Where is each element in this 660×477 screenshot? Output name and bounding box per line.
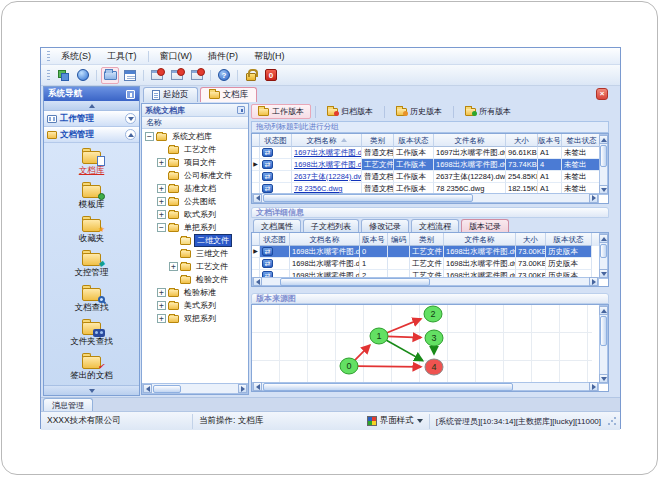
sidebar-scroll-down[interactable] <box>44 385 139 395</box>
menu-item-1[interactable]: 系统(S) <box>53 48 99 65</box>
scroll-down-button[interactable] <box>599 374 608 383</box>
status-cell[interactable]: ⇄ <box>260 258 290 270</box>
column-header[interactable]: 类别 <box>410 233 444 246</box>
column-header[interactable]: 文档名称 <box>290 233 360 246</box>
tree-node-检验文件[interactable]: 检验文件 <box>142 273 248 286</box>
expand-icon[interactable]: + <box>157 184 166 193</box>
version-node-1[interactable]: 1 <box>370 328 388 344</box>
scroll-up-button[interactable] <box>599 306 608 315</box>
tree-node-单把系列[interactable]: −单把系列 <box>142 221 248 234</box>
column-header[interactable]: 编码 <box>388 233 410 246</box>
scroll-right-button[interactable] <box>238 384 247 393</box>
documents-horizontal-scrollbar[interactable] <box>252 193 599 203</box>
graph-vertical-scrollbar[interactable] <box>599 305 608 384</box>
toolbar-button-window-alert[interactable] <box>188 67 206 84</box>
row-indicator-header[interactable] <box>252 134 260 147</box>
version-filter-工作版本[interactable]: 工作版本 <box>251 104 311 119</box>
scroll-left-button[interactable] <box>143 384 152 393</box>
column-header[interactable]: 状态图 <box>260 233 290 246</box>
sidebar-item-文控管理[interactable]: ◆文控管理 <box>47 248 137 282</box>
scroll-up-button[interactable] <box>599 135 608 144</box>
tree-node-二维文件[interactable]: 二维文件 <box>142 234 248 247</box>
expand-icon[interactable]: + <box>157 158 166 167</box>
pin-icon[interactable] <box>126 90 135 99</box>
tree-node-欧式系列[interactable]: +欧式系列 <box>142 208 248 221</box>
tree-node-三维文件[interactable]: 三维文件 <box>142 247 248 260</box>
details-tab-修改记录[interactable]: 修改记录 <box>361 219 409 232</box>
expand-icon[interactable]: + <box>157 210 166 219</box>
details-tab-文档属性[interactable]: 文档属性 <box>253 219 301 232</box>
scroll-left-button[interactable] <box>253 277 262 286</box>
toolbar-button-folder-open[interactable] <box>101 67 119 84</box>
tree-node-系统文档库[interactable]: −系统文档库 <box>142 130 248 143</box>
expand-icon[interactable]: + <box>157 197 166 206</box>
column-header[interactable]: 文件名称 <box>434 134 506 147</box>
status-cell[interactable]: ⇄ <box>260 246 290 258</box>
scrollbar-thumb[interactable] <box>600 244 607 258</box>
toolbar-button-lock[interactable] <box>242 67 260 84</box>
sidebar-item-文档库[interactable]: 文档库 <box>47 146 137 180</box>
versions-horizontal-scrollbar[interactable] <box>252 277 599 286</box>
tab-起始页[interactable]: 起始页 <box>143 87 198 102</box>
version-filter-所有版本[interactable]: 所有版本 <box>458 104 518 119</box>
scrollbar-thumb[interactable] <box>280 278 430 286</box>
version-node-4[interactable]: 4 <box>425 359 443 375</box>
scroll-up-button[interactable] <box>599 234 608 243</box>
column-header[interactable]: 版本状态 <box>394 134 434 147</box>
tree-node-工艺文件[interactable]: 工艺文件 <box>142 143 248 156</box>
sidebar-item-文档查找[interactable]: 文档查找 <box>47 283 137 317</box>
sidebar-item-文件夹查找[interactable]: 文件夹查找 <box>47 317 137 351</box>
graph-horizontal-scrollbar[interactable] <box>252 382 599 391</box>
version-node-3[interactable]: 3 <box>425 330 443 346</box>
sidebar-item-收藏夹[interactable]: ★收藏夹 <box>47 214 137 248</box>
expand-icon[interactable]: + <box>157 301 166 310</box>
row-indicator-header[interactable] <box>252 233 260 246</box>
version-node-2[interactable]: 2 <box>424 306 442 322</box>
details-tab-版本记录[interactable]: 版本记录 <box>461 219 509 232</box>
sidebar-item-签出的文档[interactable]: ✔签出的文档 <box>47 351 137 385</box>
scroll-right-button[interactable] <box>589 277 598 286</box>
pin-icon[interactable] <box>237 106 245 114</box>
column-header[interactable]: 大小 <box>506 134 538 147</box>
documents-vertical-scrollbar[interactable] <box>599 134 608 195</box>
interface-style-button[interactable]: 界面样式 <box>361 414 430 429</box>
tree-column-header[interactable]: 名称 <box>142 117 248 129</box>
document-name-cell[interactable]: 1698出水嘴零件图.dwg <box>292 159 362 171</box>
menu-item-2[interactable]: 工具(T) <box>99 48 145 65</box>
column-header[interactable]: 版本号 <box>360 233 388 246</box>
expand-icon[interactable]: + <box>157 314 166 323</box>
collapse-icon[interactable]: − <box>145 132 154 141</box>
column-header[interactable]: 状态图 <box>260 134 292 147</box>
sidebar-item-模板库[interactable]: 模板库 <box>47 180 137 214</box>
toolbar-button-globe[interactable] <box>74 67 92 84</box>
toolbar-button-window-task[interactable] <box>168 67 186 84</box>
tree-horizontal-scrollbar[interactable] <box>142 383 248 394</box>
scroll-right-button[interactable] <box>589 194 598 203</box>
sidebar-scroll-up[interactable] <box>44 101 139 111</box>
scrollbar-thumb[interactable] <box>263 383 513 391</box>
tree-node-公共图纸[interactable]: +公共图纸 <box>142 195 248 208</box>
column-header[interactable]: 文件名称 <box>444 233 516 246</box>
menu-item-5[interactable]: 帮助(H) <box>246 48 293 65</box>
tree-node-双把系列[interactable]: +双把系列 <box>142 312 248 325</box>
column-header[interactable]: 文档名称 <box>292 134 362 147</box>
scroll-left-button[interactable] <box>253 382 262 391</box>
table-row[interactable]: ⇄1698出水嘴零件图.dwg1工艺文件1698出水嘴零件图.dwg73.00K… <box>252 258 601 270</box>
sidebar-group-documents[interactable]: 文档管理 <box>44 127 139 143</box>
tree-node-工艺文件[interactable]: +工艺文件 <box>142 260 248 273</box>
toolbar-button-power[interactable]: 0 <box>262 67 280 84</box>
expand-icon[interactable]: + <box>169 262 178 271</box>
scroll-down-button[interactable] <box>599 185 608 194</box>
resize-grip[interactable] <box>607 416 617 426</box>
tree-node-项目文件[interactable]: +项目文件 <box>142 156 248 169</box>
close-icon[interactable]: × <box>596 88 608 100</box>
tree-node-公司标准文件[interactable]: 公司标准文件 <box>142 169 248 182</box>
menu-item-4[interactable]: 插件(P) <box>200 48 246 65</box>
version-filter-归档版本[interactable]: 归档版本 <box>320 104 380 119</box>
version-filter-历史版本[interactable]: 历史版本 <box>389 104 449 119</box>
collapse-icon[interactable]: − <box>157 223 166 232</box>
column-header[interactable]: 版本状态 <box>546 233 592 246</box>
tree-node-基准文档[interactable]: +基准文档 <box>142 182 248 195</box>
details-tab-子文档列表[interactable]: 子文档列表 <box>303 219 359 232</box>
scrollbar-thumb[interactable] <box>600 316 607 346</box>
